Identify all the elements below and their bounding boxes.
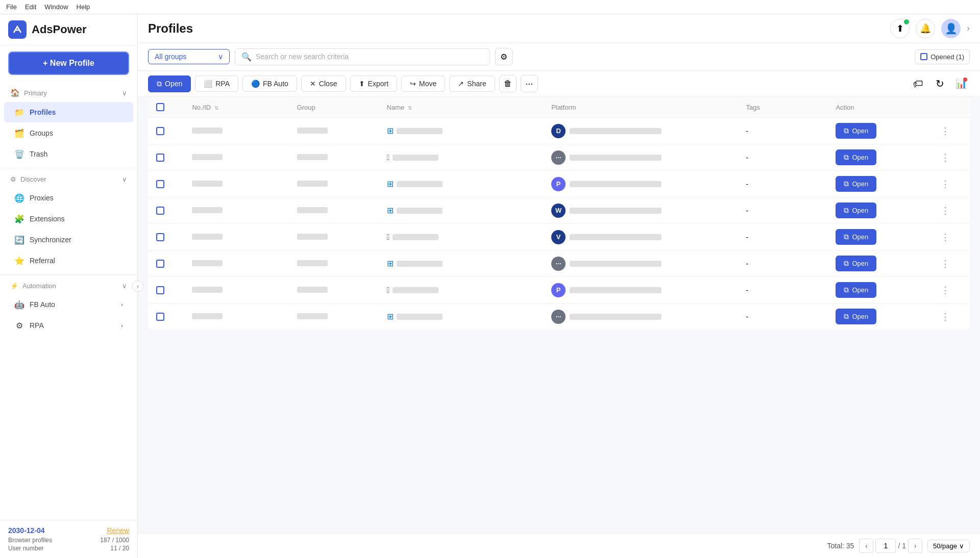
row-group xyxy=(297,154,328,160)
row-more-button[interactable]: ⋮ xyxy=(941,153,950,163)
new-profile-button[interactable]: + New Profile xyxy=(8,52,129,75)
row-open-button[interactable]: ⧉ Open xyxy=(836,123,876,139)
opened-filter[interactable]: Opened (1) xyxy=(915,49,970,64)
sidebar-item-label: RPA xyxy=(30,321,44,329)
row-tags: - xyxy=(746,313,748,321)
move-icon: ↪ xyxy=(410,80,416,88)
row-group xyxy=(297,181,328,187)
rpa-icon: ⬜ xyxy=(204,80,212,88)
row-more-button[interactable]: ⋮ xyxy=(941,126,950,136)
menu-bar: File Edit Window Help xyxy=(0,0,980,14)
sidebar-item-extensions[interactable]: 🧩 Extensions xyxy=(4,209,133,229)
sidebar-item-trash[interactable]: 🗑️ Trash xyxy=(4,144,133,164)
sidebar-item-rpa[interactable]: ⚙ RPA › xyxy=(4,315,133,336)
col-header-name[interactable]: Name ⇅ xyxy=(379,97,544,118)
avatar: ··· xyxy=(551,150,566,165)
row-more-button[interactable]: ⋮ xyxy=(941,259,950,269)
menu-edit[interactable]: Edit xyxy=(25,3,36,11)
primary-section-title: 🏠 Primary ∨ xyxy=(0,84,137,102)
move-button[interactable]: ↪ Move xyxy=(401,75,445,92)
share-button[interactable]: ↗ Share xyxy=(449,75,495,92)
automation-section: ⚡ Automation ∨ 🤖 FB Auto › ⚙ RPA › xyxy=(0,275,137,339)
row-more-button[interactable]: ⋮ xyxy=(941,312,950,322)
platform-text xyxy=(570,234,662,240)
open-button[interactable]: ⧉ Open xyxy=(148,75,191,92)
row-checkbox[interactable] xyxy=(156,286,164,294)
row-open-button[interactable]: ⧉ Open xyxy=(836,149,876,165)
select-all-checkbox[interactable] xyxy=(156,103,164,111)
filter-button[interactable]: ⚙ xyxy=(495,48,512,65)
row-open-button[interactable]: ⧉ Open xyxy=(836,229,876,245)
open-btn-icon: ⧉ xyxy=(844,206,849,215)
bell-button[interactable]: 🔔 xyxy=(916,19,935,38)
search-icon: 🔍 xyxy=(241,52,252,62)
group-select[interactable]: All groups ∨ xyxy=(148,49,230,64)
row-checkbox[interactable] xyxy=(156,313,164,321)
row-more-button[interactable]: ⋮ xyxy=(941,285,950,295)
upload-button[interactable]: ⬆ xyxy=(890,19,910,38)
row-more-button[interactable]: ⋮ xyxy=(941,232,950,242)
trash-icon: 🗑 xyxy=(504,79,512,88)
page-input[interactable] xyxy=(875,539,896,553)
page-title: Profiles xyxy=(148,21,193,36)
export-button[interactable]: ⬆ Export xyxy=(350,75,397,92)
delete-button[interactable]: 🗑 xyxy=(499,75,517,92)
rpa-button[interactable]: ⬜ RPA xyxy=(195,75,238,92)
refresh-button[interactable]: ↻ xyxy=(931,75,948,92)
sidebar-item-proxies[interactable]: 🌐 Proxies xyxy=(4,188,133,208)
avatar-button[interactable]: 👤 xyxy=(941,19,961,38)
platform-win-icon: ⊞ xyxy=(387,259,394,268)
sidebar-item-fb-auto[interactable]: 🤖 FB Auto › xyxy=(4,294,133,315)
more-actions-button[interactable]: ··· xyxy=(521,75,538,92)
fb-auto-icon: 🔵 xyxy=(251,80,260,88)
row-group xyxy=(297,207,328,213)
table-row: ⊞ D - ⧉ Open ⋮ xyxy=(148,118,970,144)
close-button[interactable]: ✕ Close xyxy=(301,75,346,92)
row-open-button[interactable]: ⧉ Open xyxy=(836,202,876,218)
open-btn-icon: ⧉ xyxy=(844,126,849,135)
row-group xyxy=(297,128,328,134)
menu-window[interactable]: Window xyxy=(44,3,68,11)
prev-page-button[interactable]: ‹ xyxy=(859,539,873,553)
menu-file[interactable]: File xyxy=(6,3,17,11)
row-checkbox[interactable] xyxy=(156,154,164,162)
search-bar[interactable]: 🔍 Search or new search criteria xyxy=(235,48,490,65)
fb-auto-button[interactable]: 🔵 FB Auto xyxy=(242,75,297,92)
row-open-button[interactable]: ⧉ Open xyxy=(836,282,876,298)
row-checkbox[interactable] xyxy=(156,180,164,188)
row-open-button[interactable]: ⧉ Open xyxy=(836,309,876,324)
row-open-button[interactable]: ⧉ Open xyxy=(836,256,876,271)
tag-button[interactable]: 🏷 xyxy=(910,75,927,92)
sidebar-item-label: FB Auto xyxy=(30,300,55,309)
row-checkbox[interactable] xyxy=(156,207,164,215)
header-chevron-right[interactable]: › xyxy=(967,23,970,34)
per-page-select[interactable]: 50/page ∨ xyxy=(927,540,970,552)
row-open-button[interactable]: ⧉ Open xyxy=(836,176,876,192)
sidebar-item-groups[interactable]: 🗂️ Groups xyxy=(4,123,133,143)
col-header-id[interactable]: No./ID ⇅ xyxy=(184,97,288,118)
row-checkbox[interactable] xyxy=(156,127,164,135)
primary-section: 🏠 Primary ∨ 📁 Profiles 🗂️ Groups 🗑️ Tras… xyxy=(0,81,137,168)
row-checkbox[interactable] xyxy=(156,260,164,268)
menu-help[interactable]: Help xyxy=(77,3,90,11)
sidebar-item-profiles[interactable]: 📁 Profiles xyxy=(4,102,133,122)
sidebar-item-synchronizer[interactable]: 🔄 Synchronizer xyxy=(4,230,133,250)
open-btn-icon: ⧉ xyxy=(844,153,849,162)
total-count: Total: 35 xyxy=(827,542,854,550)
renew-link[interactable]: Renew xyxy=(107,526,129,535)
row-platform: ··· xyxy=(551,150,729,165)
sidebar-collapse-btn[interactable]: ‹ xyxy=(132,281,143,292)
row-more-button[interactable]: ⋮ xyxy=(941,179,950,189)
row-more-button[interactable]: ⋮ xyxy=(941,206,950,216)
logo-icon xyxy=(8,20,27,39)
next-page-button[interactable]: › xyxy=(908,539,922,553)
sidebar-item-referral[interactable]: ⭐ Referral xyxy=(4,250,133,271)
profiles-icon: 📁 xyxy=(14,107,24,117)
table-row: ⊞ ··· - ⧉ Open ⋮ xyxy=(148,250,970,277)
action-toolbar: ⧉ Open ⬜ RPA 🔵 FB Auto ✕ Close ⬆ Export … xyxy=(138,71,980,97)
row-checkbox[interactable] xyxy=(156,233,164,241)
per-page-value: 50/page xyxy=(933,542,957,550)
row-id xyxy=(192,207,223,213)
user-number-value: 11 / 20 xyxy=(110,545,129,552)
stats-button[interactable]: 📊 xyxy=(952,75,970,92)
